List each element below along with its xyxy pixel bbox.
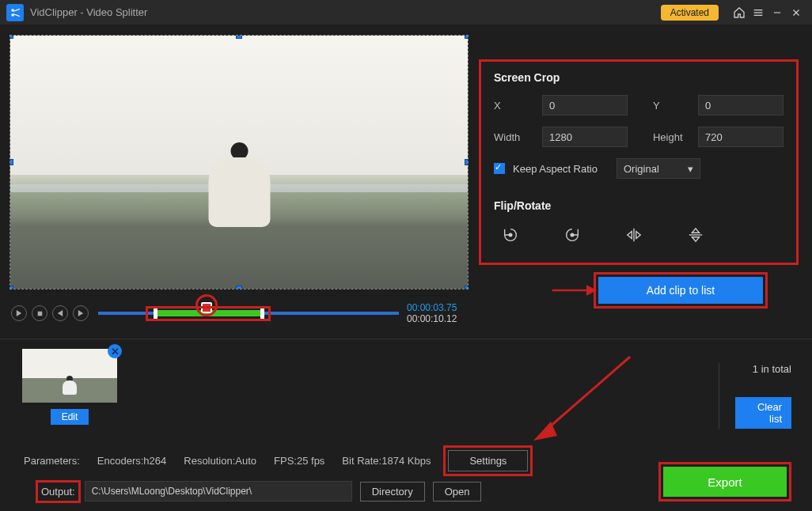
rotate-ccw-icon[interactable] [502, 226, 519, 244]
edit-button[interactable]: Edit [51, 409, 89, 425]
svg-point-10 [571, 233, 574, 237]
step-fwd-button[interactable] [73, 305, 89, 321]
directory-button[interactable]: Directory [360, 482, 425, 502]
window-title: VidClipper - Video Splitter [30, 6, 147, 18]
timeline[interactable] [98, 305, 399, 322]
crop-title: Screen Crop [494, 71, 784, 84]
params-fps: FPS:25 fps [274, 455, 324, 467]
time-current: 00:00:03.75 [407, 302, 457, 313]
app-logo [6, 4, 24, 21]
add-clip-button[interactable]: Add clip to list [598, 277, 763, 304]
flip-horizontal-icon[interactable] [625, 226, 643, 244]
output-path-input[interactable] [85, 481, 352, 502]
flip-vertical-icon[interactable] [687, 226, 704, 244]
clip-count: 1 in total [735, 363, 791, 375]
rotate-cw-icon[interactable] [563, 226, 581, 244]
params-resolution: Resolution:Auto [184, 455, 256, 467]
stop-button[interactable] [32, 305, 47, 321]
video-preview[interactable] [9, 35, 469, 290]
aspect-select[interactable]: Original ▾ [617, 158, 700, 179]
svg-line-14 [543, 357, 630, 433]
clip-thumbnail[interactable] [22, 349, 117, 403]
width-label: Width [494, 131, 542, 143]
params-encoders: Encoders:h264 [97, 455, 166, 467]
home-icon[interactable] [730, 3, 749, 22]
aspect-label: Keep Aspect Ratio [513, 163, 598, 175]
chevron-down-icon: ▾ [688, 163, 693, 175]
play-button[interactable] [11, 305, 27, 321]
width-input[interactable] [542, 127, 628, 147]
screen-crop-panel: Screen Crop X Y Width Height Keep Aspect… [481, 62, 796, 263]
export-button[interactable]: Export [663, 467, 787, 497]
step-back-button[interactable] [52, 305, 68, 321]
minimize-icon[interactable] [768, 3, 787, 22]
svg-rect-8 [37, 311, 42, 316]
close-icon[interactable] [787, 3, 806, 22]
titlebar: VidClipper - Video Splitter Activated [0, 0, 812, 25]
x-input[interactable] [542, 95, 628, 115]
remove-clip-button[interactable]: ✕ [108, 344, 122, 358]
time-total: 00:00:10.12 [407, 313, 457, 324]
params-bitrate: Bit Rate:1874 Kbps [342, 455, 431, 467]
clear-list-button[interactable]: Clear list [735, 397, 791, 429]
menu-icon[interactable] [749, 3, 768, 22]
aspect-checkbox[interactable] [494, 163, 505, 174]
svg-point-9 [509, 233, 512, 237]
output-label: Output: [40, 484, 77, 499]
height-input[interactable] [698, 127, 784, 147]
params-label: Parameters: [24, 455, 80, 467]
y-label: Y [653, 100, 698, 112]
flip-title: Flip/Rotate [494, 199, 784, 212]
playhead[interactable] [201, 302, 212, 313]
y-input[interactable] [698, 95, 784, 115]
arrow-annotation [551, 282, 598, 299]
height-label: Height [653, 131, 698, 143]
settings-button[interactable]: Settings [448, 450, 528, 471]
x-label: X [494, 100, 542, 112]
arrow-annotation [527, 349, 638, 444]
activated-badge: Activated [661, 5, 719, 21]
open-button[interactable]: Open [433, 482, 482, 502]
